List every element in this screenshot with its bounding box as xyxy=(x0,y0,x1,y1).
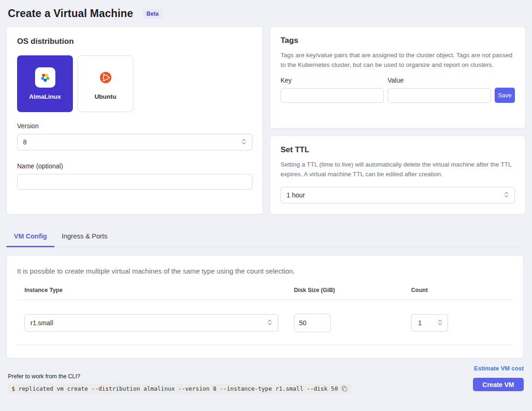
tag-key-input[interactable] xyxy=(281,88,384,103)
disk-size-cell xyxy=(287,314,404,332)
tag-value-group: Value xyxy=(388,77,491,103)
tags-heading: Tags xyxy=(281,36,515,45)
page-header: Create a Virtual Machine Beta xyxy=(6,0,524,26)
count-stepper[interactable]: 1 xyxy=(411,314,448,332)
count-cell: 1 xyxy=(404,314,513,332)
set-ttl-card: Set TTL Setting a TTL (time to live) wil… xyxy=(270,136,526,214)
name-field-group: Name (optional) xyxy=(17,162,252,190)
version-select[interactable]: 8 xyxy=(17,134,252,150)
ubuntu-logo-icon xyxy=(96,67,116,88)
beta-badge: Beta xyxy=(143,9,163,19)
os-tile-almalinux[interactable]: AlmaLinux xyxy=(17,55,73,112)
os-distribution-heading: OS distribution xyxy=(17,37,252,46)
footer-actions: Estimate VM cost Create VM xyxy=(473,365,524,391)
version-select-value: 8 xyxy=(23,138,27,146)
chevron-updown-icon xyxy=(241,138,246,147)
set-ttl-description: Setting a TTL (time to live) will automa… xyxy=(281,160,515,179)
tag-value-label: Value xyxy=(388,77,491,84)
vm-config-card: It is possible to create multiple virtua… xyxy=(6,255,524,358)
count-value: 1 xyxy=(418,319,422,327)
page-title: Create a Virtual Machine xyxy=(8,7,133,20)
set-ttl-heading: Set TTL xyxy=(281,145,515,155)
os-tile-label: Ubuntu xyxy=(95,93,116,100)
create-vm-page: Create a Virtual Machine Beta OS distrib… xyxy=(0,0,532,394)
tag-key-group: Key xyxy=(281,77,384,103)
name-label: Name (optional) xyxy=(17,162,252,170)
instance-type-cell: r1.small xyxy=(17,314,287,332)
almalinux-logo-icon xyxy=(35,67,55,88)
save-tag-button[interactable]: Save xyxy=(495,88,515,103)
ttl-select-value: 1 hour xyxy=(287,191,305,199)
page-footer: Prefer to work from the CLI? $ replicate… xyxy=(6,365,524,394)
tag-value-input[interactable] xyxy=(388,88,491,103)
tag-key-value-row: Key Value Save xyxy=(281,77,515,103)
tags-card: Tags Tags are key/value pairs that are a… xyxy=(270,26,526,129)
chevron-updown-icon xyxy=(267,319,272,328)
tab-bar: VM Config Ingress & Ports xyxy=(6,227,524,247)
ttl-select[interactable]: 1 hour xyxy=(281,187,515,203)
top-row: OS distribution AlmaLinux xyxy=(6,26,524,214)
cli-command-text: $ replicated vm create --distribution al… xyxy=(12,385,338,392)
column-header-instance-type: Instance Type xyxy=(17,287,287,299)
disk-size-input[interactable] xyxy=(294,314,331,332)
cli-command-block: $ replicated vm create --distribution al… xyxy=(8,383,351,394)
tag-key-label: Key xyxy=(281,77,384,84)
right-column: Tags Tags are key/value pairs that are a… xyxy=(270,26,526,214)
create-vm-button[interactable]: Create VM xyxy=(473,378,524,391)
column-header-disk-size: Disk Size (GiB) xyxy=(287,287,404,299)
instances-table: Instance Type Disk Size (GiB) Count r1.s… xyxy=(17,287,513,345)
instance-type-value: r1.small xyxy=(30,319,53,327)
cli-section: Prefer to work from the CLI? $ replicate… xyxy=(6,373,351,394)
name-input[interactable] xyxy=(17,174,252,190)
column-header-count: Count xyxy=(404,287,513,299)
os-tile-label: AlmaLinux xyxy=(29,93,61,100)
instance-type-select[interactable]: r1.small xyxy=(24,314,278,332)
estimate-vm-cost-link[interactable]: Estimate VM cost xyxy=(474,365,524,372)
table-row: r1.small 1 xyxy=(17,300,513,345)
os-tile-ubuntu[interactable]: Ubuntu xyxy=(78,55,133,112)
chevron-updown-icon xyxy=(504,191,509,200)
copy-icon[interactable] xyxy=(341,386,347,392)
instances-table-header: Instance Type Disk Size (GiB) Count xyxy=(17,287,513,300)
vm-config-description: It is possible to create multiple virtua… xyxy=(17,267,513,275)
cli-label: Prefer to work from the CLI? xyxy=(8,373,351,380)
tags-description: Tags are key/value pairs that are assign… xyxy=(281,51,515,70)
os-tiles: AlmaLinux xyxy=(17,55,252,112)
os-distribution-card: OS distribution AlmaLinux xyxy=(6,26,263,214)
version-label: Version xyxy=(17,122,252,130)
tab-vm-config[interactable]: VM Config xyxy=(6,227,54,247)
chevron-updown-icon xyxy=(437,319,442,328)
tab-ingress-ports[interactable]: Ingress & Ports xyxy=(54,227,115,247)
